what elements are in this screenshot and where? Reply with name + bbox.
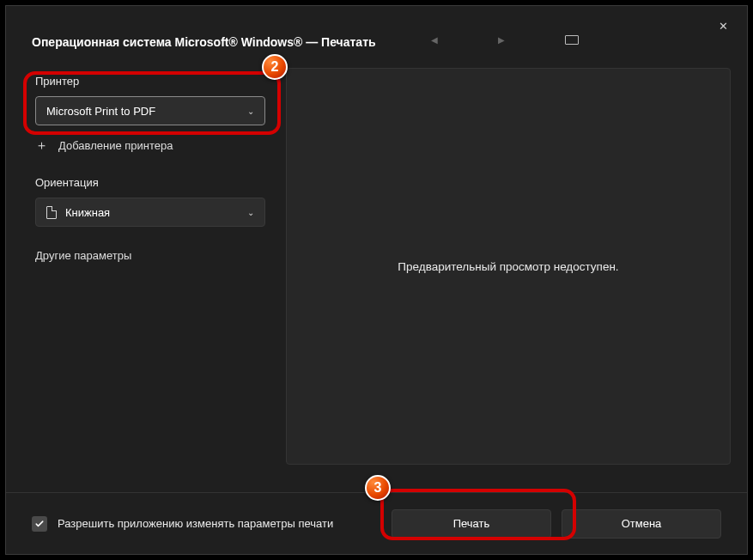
preview-unavailable-text: Предварительный просмотр недоступен. (398, 260, 618, 273)
orientation-select[interactable]: Книжная ⌄ (35, 198, 265, 227)
print-button[interactable]: Печать (392, 509, 551, 539)
plus-icon: ＋ (35, 137, 48, 154)
print-dialog: ✕ Операционная система Microsoft® Window… (5, 5, 748, 555)
printer-value: Microsoft Print to PDF (46, 105, 155, 118)
chevron-down-icon: ⌄ (247, 107, 254, 116)
more-settings-link[interactable]: Другие параметры (35, 249, 276, 262)
printer-label: Принтер (35, 75, 276, 88)
cancel-button[interactable]: Отмена (562, 509, 721, 539)
prev-page-button[interactable]: ◀ (431, 35, 438, 45)
footer-buttons: Печать Отмена (392, 509, 721, 539)
dialog-footer: Разрешить приложению изменять параметры … (6, 492, 747, 554)
orientation-section: Ориентация Книжная ⌄ (27, 176, 276, 227)
orientation-label: Ориентация (35, 176, 276, 189)
page-icon (46, 206, 57, 219)
printer-select[interactable]: Microsoft Print to PDF ⌄ (35, 96, 265, 125)
allow-change-label: Разрешить приложению изменять параметры … (58, 517, 333, 530)
preview-nav: ◀ ▶ (431, 35, 579, 45)
add-printer-link[interactable]: ＋ Добавление принтера (35, 137, 276, 154)
annotation-badge-3: 3 (365, 475, 391, 501)
dialog-title: Операционная система Microsoft® Windows®… (32, 35, 376, 49)
allow-change-checkbox[interactable] (32, 516, 47, 532)
next-page-button[interactable]: ▶ (498, 35, 505, 45)
annotation-badge-2: 2 (262, 54, 288, 80)
check-icon (34, 519, 45, 529)
fit-page-button[interactable] (565, 35, 579, 45)
add-printer-label: Добавление принтера (58, 139, 173, 152)
chevron-down-icon: ⌄ (247, 208, 254, 217)
orientation-value: Книжная (65, 206, 110, 219)
sidebar: Принтер Microsoft Print to PDF ⌄ ＋ Добав… (27, 75, 276, 262)
close-button[interactable]: ✕ (714, 18, 732, 35)
preview-pane: Предварительный просмотр недоступен. (286, 68, 731, 465)
